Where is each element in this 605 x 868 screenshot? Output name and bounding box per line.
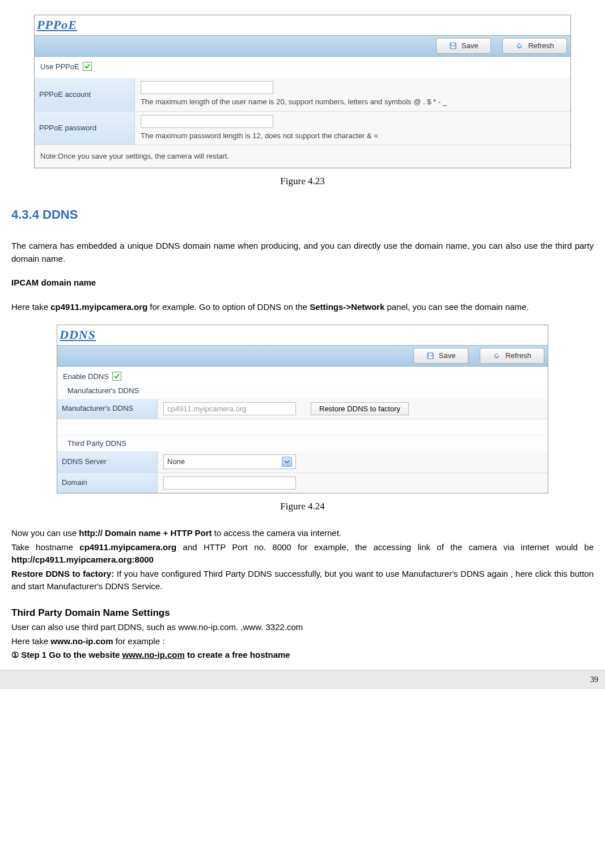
- enable-ddns-row: Enable DDNS: [57, 367, 548, 384]
- ipcam-heading: IPCAM domain name: [11, 276, 594, 290]
- restore-ddns-button[interactable]: Restore DDNS to factory: [311, 402, 409, 415]
- svg-rect-1: [451, 43, 454, 45]
- paragraph-2: Here take cp4911.myipcamera.org for exam…: [11, 301, 594, 314]
- use-pppoe-label: Use PPPoE: [40, 61, 79, 73]
- refresh-label: Refresh: [505, 350, 531, 361]
- domain-label: Domain: [57, 473, 158, 493]
- domain-row: Domain: [57, 473, 548, 493]
- ddns-title: DDNS: [57, 325, 548, 345]
- chevron-down-icon: [282, 457, 292, 467]
- refresh-label: Refresh: [528, 40, 554, 52]
- use-pppoe-checkbox[interactable]: [83, 62, 92, 71]
- ddns-panel: DDNS Save Refresh Enable DDNS Manufactur…: [57, 325, 548, 493]
- mfr-ddns-input[interactable]: [163, 402, 296, 415]
- pppoe-password-hint: The maximum password length is 12, does …: [141, 130, 565, 142]
- save-label: Save: [439, 350, 456, 361]
- ddns-button-bar: Save Refresh: [57, 345, 548, 367]
- ddns-server-row: DDNS Server None: [57, 451, 548, 473]
- ddns-save-button[interactable]: Save: [413, 348, 469, 364]
- section-heading-ddns: 4.3.4 DDNS: [11, 205, 594, 224]
- ddns-server-value: None: [167, 456, 185, 467]
- mfr-ddns-row: Manufacturer's DDNS Restore DDNS to fact…: [57, 399, 548, 419]
- enable-ddns-label: Enable DDNS: [63, 371, 109, 382]
- save-icon: [426, 352, 434, 360]
- mfr-ddns-label: Manufacturer's DDNS: [57, 399, 158, 419]
- svg-rect-4: [429, 353, 431, 355]
- pppoe-password-input[interactable]: [141, 115, 273, 128]
- save-button[interactable]: Save: [436, 38, 492, 54]
- pppoe-panel: PPPoE Save Refresh Use PPPoE PPPoE accou…: [34, 15, 571, 168]
- enable-ddns-checkbox[interactable]: [112, 372, 121, 381]
- paragraph-3: Now you can use http:// Domain name + HT…: [11, 527, 594, 540]
- pppoe-title: PPPoE: [35, 15, 570, 35]
- paragraph-6: User can also use third part DDNS, such …: [11, 621, 594, 634]
- mfr-ddns-header: Manufacturer's DDNS: [57, 383, 548, 399]
- svg-rect-2: [451, 46, 455, 49]
- paragraph-1: The camera has embedded a unique DDNS do…: [11, 240, 594, 265]
- save-icon: [449, 42, 457, 50]
- refresh-button[interactable]: Refresh: [502, 38, 567, 54]
- use-pppoe-row: Use PPPoE: [35, 57, 570, 78]
- pppoe-button-bar: Save Refresh: [35, 35, 570, 57]
- domain-input[interactable]: [163, 476, 296, 490]
- ddns-refresh-button[interactable]: Refresh: [480, 348, 544, 364]
- pppoe-password-row: PPPoE password The maximum password leng…: [35, 112, 570, 146]
- third-ddns-header: Third Party DDNS: [57, 435, 548, 452]
- step-1: ① Step 1 Go to the website www.no-ip.com…: [11, 649, 594, 662]
- pppoe-account-input[interactable]: [141, 81, 273, 94]
- third-party-heading: Third Party Domain Name Settings: [11, 606, 594, 620]
- pppoe-account-label: PPPoE account: [35, 78, 135, 111]
- save-label: Save: [462, 40, 479, 52]
- svg-rect-5: [428, 356, 432, 359]
- paragraph-5: Restore DDNS to factory: If you have con…: [11, 568, 594, 593]
- refresh-icon: [515, 42, 523, 50]
- figure-424-caption: Figure 4.24: [11, 499, 594, 514]
- refresh-icon: [493, 352, 501, 360]
- pppoe-account-row: PPPoE account The maximum length of the …: [35, 78, 570, 112]
- paragraph-4: Take hostname cp4911.myipcamera.org and …: [11, 541, 594, 567]
- page-footer: 39: [0, 670, 605, 689]
- page-number: 39: [590, 674, 598, 686]
- ddns-server-select[interactable]: None: [163, 454, 296, 469]
- pppoe-password-label: PPPoE password: [35, 112, 135, 145]
- figure-423-caption: Figure 4.23: [11, 174, 594, 189]
- ddns-server-label: DDNS Server: [57, 451, 158, 473]
- pppoe-account-hint: The maximum length of the user name is 2…: [141, 96, 565, 108]
- pppoe-note: Note:Once you save your settings, the ca…: [35, 145, 570, 168]
- paragraph-7: Here take www.no-ip.com for example :: [11, 635, 594, 648]
